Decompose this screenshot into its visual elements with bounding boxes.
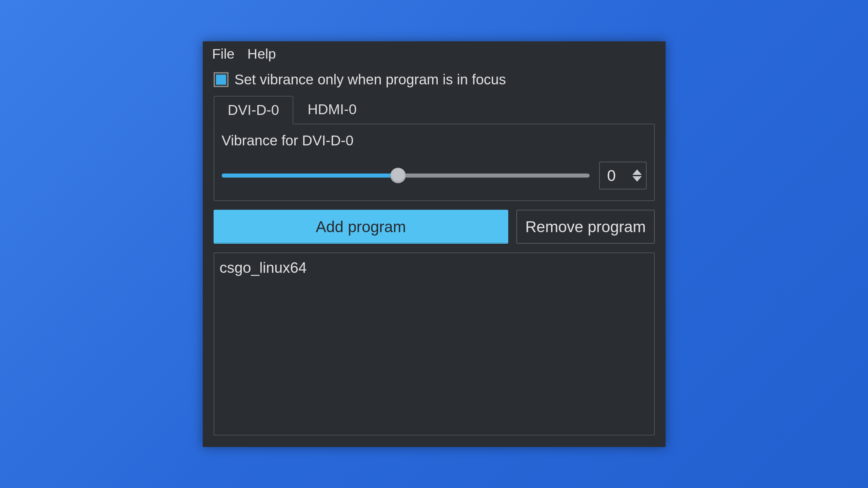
- chevron-up-icon[interactable]: [632, 169, 642, 175]
- checkbox-check-icon: [216, 75, 226, 85]
- vibrance-panel: Vibrance for DVI-D-0 0: [214, 124, 655, 201]
- slider-thumb[interactable]: [390, 168, 406, 183]
- spinbox-arrows: [632, 169, 642, 182]
- list-item[interactable]: csgo_linux64: [220, 258, 649, 278]
- vibrance-slider[interactable]: [222, 168, 590, 183]
- program-button-row: Add program Remove program: [203, 201, 666, 244]
- focus-checkbox-row: Set vibrance only when program is in foc…: [203, 72, 666, 95]
- menu-bar: File Help: [203, 41, 666, 72]
- program-list[interactable]: csgo_linux64: [214, 252, 655, 435]
- menu-help[interactable]: Help: [248, 46, 276, 62]
- vibrance-slider-row: 0: [222, 162, 647, 189]
- app-window: File Help Set vibrance only when program…: [203, 41, 666, 447]
- menu-file[interactable]: File: [212, 46, 235, 62]
- tab-hdmi-0[interactable]: HDMI-0: [293, 95, 371, 124]
- chevron-down-icon[interactable]: [632, 176, 642, 182]
- remove-program-button[interactable]: Remove program: [516, 210, 654, 244]
- display-tab-strip: DVI-D-0 HDMI-0: [203, 95, 666, 124]
- add-program-button[interactable]: Add program: [214, 210, 509, 244]
- vibrance-value: 0: [607, 166, 624, 185]
- focus-checkbox-label: Set vibrance only when program is in foc…: [235, 72, 506, 88]
- focus-checkbox[interactable]: [214, 72, 229, 87]
- vibrance-panel-title: Vibrance for DVI-D-0: [222, 133, 647, 149]
- slider-fill: [222, 174, 398, 178]
- vibrance-spinbox[interactable]: 0: [599, 162, 647, 189]
- tab-dvi-d-0[interactable]: DVI-D-0: [214, 96, 294, 124]
